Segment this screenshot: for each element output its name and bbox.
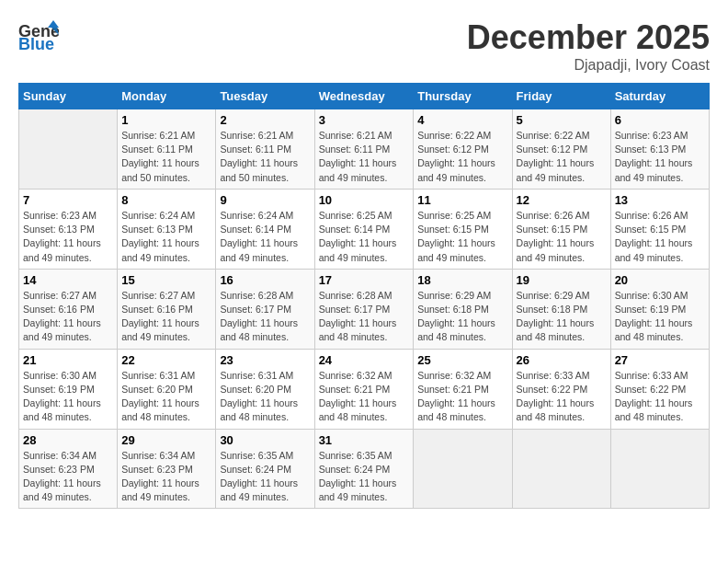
day-cell: 1Sunrise: 6:21 AM Sunset: 6:11 PM Daylig…: [118, 109, 216, 190]
title-block: December 2025 Djapadji, Ivory Coast: [467, 18, 710, 74]
day-number: 10: [319, 193, 410, 207]
day-cell: 20Sunrise: 6:30 AM Sunset: 6:19 PM Dayli…: [610, 269, 709, 349]
day-cell: 9Sunrise: 6:24 AM Sunset: 6:14 PM Daylig…: [216, 189, 314, 269]
day-number: 9: [220, 193, 310, 207]
day-number: 8: [121, 193, 211, 207]
calendar-header-row: SundayMondayTuesdayWednesdayThursdayFrid…: [19, 84, 710, 109]
day-number: 15: [121, 273, 211, 287]
week-row-2: 7Sunrise: 6:23 AM Sunset: 6:13 PM Daylig…: [19, 189, 710, 269]
col-header-sunday: Sunday: [19, 84, 118, 109]
day-number: 31: [319, 433, 410, 447]
day-info: Sunrise: 6:33 AM Sunset: 6:22 PM Dayligh…: [615, 369, 705, 425]
day-cell: 10Sunrise: 6:25 AM Sunset: 6:14 PM Dayli…: [314, 189, 414, 269]
day-number: 27: [615, 353, 705, 367]
day-cell: 13Sunrise: 6:26 AM Sunset: 6:15 PM Dayli…: [610, 189, 709, 269]
day-cell: 11Sunrise: 6:25 AM Sunset: 6:15 PM Dayli…: [414, 189, 512, 269]
day-info: Sunrise: 6:34 AM Sunset: 6:23 PM Dayligh…: [23, 449, 113, 505]
day-cell: [414, 429, 512, 509]
day-info: Sunrise: 6:35 AM Sunset: 6:24 PM Dayligh…: [319, 449, 410, 505]
day-number: 16: [220, 273, 310, 287]
week-row-3: 14Sunrise: 6:27 AM Sunset: 6:16 PM Dayli…: [19, 269, 710, 349]
day-info: Sunrise: 6:31 AM Sunset: 6:20 PM Dayligh…: [121, 369, 211, 425]
logo: General Blue: [18, 18, 59, 52]
day-info: Sunrise: 6:34 AM Sunset: 6:23 PM Dayligh…: [121, 449, 211, 505]
day-info: Sunrise: 6:29 AM Sunset: 6:18 PM Dayligh…: [517, 289, 607, 345]
day-cell: 21Sunrise: 6:30 AM Sunset: 6:19 PM Dayli…: [19, 349, 118, 429]
day-number: 25: [417, 353, 507, 367]
day-info: Sunrise: 6:21 AM Sunset: 6:11 PM Dayligh…: [220, 129, 310, 185]
day-number: 6: [615, 113, 705, 127]
day-cell: 14Sunrise: 6:27 AM Sunset: 6:16 PM Dayli…: [19, 269, 118, 349]
day-cell: 3Sunrise: 6:21 AM Sunset: 6:11 PM Daylig…: [314, 109, 414, 190]
day-info: Sunrise: 6:26 AM Sunset: 6:15 PM Dayligh…: [615, 209, 705, 265]
day-number: 30: [220, 433, 310, 447]
day-info: Sunrise: 6:28 AM Sunset: 6:17 PM Dayligh…: [220, 289, 310, 345]
page-header: General Blue December 2025 Djapadji, Ivo…: [18, 18, 710, 74]
day-number: 5: [517, 113, 607, 127]
day-cell: 17Sunrise: 6:28 AM Sunset: 6:17 PM Dayli…: [314, 269, 414, 349]
day-number: 22: [121, 353, 211, 367]
day-number: 26: [517, 353, 607, 367]
day-info: Sunrise: 6:21 AM Sunset: 6:11 PM Dayligh…: [319, 129, 410, 185]
day-number: 17: [319, 273, 410, 287]
day-number: 29: [121, 433, 211, 447]
day-info: Sunrise: 6:27 AM Sunset: 6:16 PM Dayligh…: [23, 289, 113, 345]
day-cell: [512, 429, 610, 509]
week-row-4: 21Sunrise: 6:30 AM Sunset: 6:19 PM Dayli…: [19, 349, 710, 429]
week-row-1: 1Sunrise: 6:21 AM Sunset: 6:11 PM Daylig…: [19, 109, 710, 190]
day-info: Sunrise: 6:25 AM Sunset: 6:15 PM Dayligh…: [417, 209, 507, 265]
day-info: Sunrise: 6:25 AM Sunset: 6:14 PM Dayligh…: [319, 209, 410, 265]
day-cell: 4Sunrise: 6:22 AM Sunset: 6:12 PM Daylig…: [414, 109, 512, 190]
col-header-wednesday: Wednesday: [314, 84, 414, 109]
day-info: Sunrise: 6:22 AM Sunset: 6:12 PM Dayligh…: [517, 129, 607, 185]
day-cell: 24Sunrise: 6:32 AM Sunset: 6:21 PM Dayli…: [314, 349, 414, 429]
day-info: Sunrise: 6:22 AM Sunset: 6:12 PM Dayligh…: [417, 129, 507, 185]
day-number: 12: [517, 193, 607, 207]
day-number: 1: [121, 113, 211, 127]
day-cell: 12Sunrise: 6:26 AM Sunset: 6:15 PM Dayli…: [512, 189, 610, 269]
day-info: Sunrise: 6:32 AM Sunset: 6:21 PM Dayligh…: [319, 369, 410, 425]
day-info: Sunrise: 6:26 AM Sunset: 6:15 PM Dayligh…: [517, 209, 607, 265]
day-info: Sunrise: 6:33 AM Sunset: 6:22 PM Dayligh…: [517, 369, 607, 425]
day-number: 4: [417, 113, 507, 127]
day-info: Sunrise: 6:23 AM Sunset: 6:13 PM Dayligh…: [615, 129, 705, 185]
day-number: 24: [319, 353, 410, 367]
day-cell: 30Sunrise: 6:35 AM Sunset: 6:24 PM Dayli…: [216, 429, 314, 509]
month-title: December 2025: [467, 18, 710, 57]
day-info: Sunrise: 6:35 AM Sunset: 6:24 PM Dayligh…: [220, 449, 310, 505]
day-number: 11: [417, 193, 507, 207]
day-cell: 7Sunrise: 6:23 AM Sunset: 6:13 PM Daylig…: [19, 189, 118, 269]
day-cell: 29Sunrise: 6:34 AM Sunset: 6:23 PM Dayli…: [118, 429, 216, 509]
day-number: 20: [615, 273, 705, 287]
day-cell: 27Sunrise: 6:33 AM Sunset: 6:22 PM Dayli…: [610, 349, 709, 429]
day-cell: 2Sunrise: 6:21 AM Sunset: 6:11 PM Daylig…: [216, 109, 314, 190]
day-cell: [610, 429, 709, 509]
day-cell: 16Sunrise: 6:28 AM Sunset: 6:17 PM Dayli…: [216, 269, 314, 349]
calendar-table: SundayMondayTuesdayWednesdayThursdayFrid…: [18, 83, 710, 509]
day-info: Sunrise: 6:24 AM Sunset: 6:14 PM Dayligh…: [220, 209, 310, 265]
day-number: 7: [23, 193, 113, 207]
svg-text:Blue: Blue: [18, 35, 54, 52]
location: Djapadji, Ivory Coast: [467, 57, 710, 74]
day-cell: [19, 109, 118, 190]
day-cell: 18Sunrise: 6:29 AM Sunset: 6:18 PM Dayli…: [414, 269, 512, 349]
col-header-tuesday: Tuesday: [216, 84, 314, 109]
day-info: Sunrise: 6:28 AM Sunset: 6:17 PM Dayligh…: [319, 289, 410, 345]
day-number: 14: [23, 273, 113, 287]
day-info: Sunrise: 6:30 AM Sunset: 6:19 PM Dayligh…: [615, 289, 705, 345]
col-header-thursday: Thursday: [414, 84, 512, 109]
day-number: 19: [517, 273, 607, 287]
logo-icon: General Blue: [18, 18, 59, 52]
day-cell: 23Sunrise: 6:31 AM Sunset: 6:20 PM Dayli…: [216, 349, 314, 429]
col-header-monday: Monday: [118, 84, 216, 109]
week-row-5: 28Sunrise: 6:34 AM Sunset: 6:23 PM Dayli…: [19, 429, 710, 509]
col-header-friday: Friday: [512, 84, 610, 109]
day-number: 21: [23, 353, 113, 367]
day-cell: 26Sunrise: 6:33 AM Sunset: 6:22 PM Dayli…: [512, 349, 610, 429]
day-cell: 19Sunrise: 6:29 AM Sunset: 6:18 PM Dayli…: [512, 269, 610, 349]
col-header-saturday: Saturday: [610, 84, 709, 109]
day-cell: 6Sunrise: 6:23 AM Sunset: 6:13 PM Daylig…: [610, 109, 709, 190]
day-cell: 8Sunrise: 6:24 AM Sunset: 6:13 PM Daylig…: [118, 189, 216, 269]
day-number: 18: [417, 273, 507, 287]
day-number: 13: [615, 193, 705, 207]
